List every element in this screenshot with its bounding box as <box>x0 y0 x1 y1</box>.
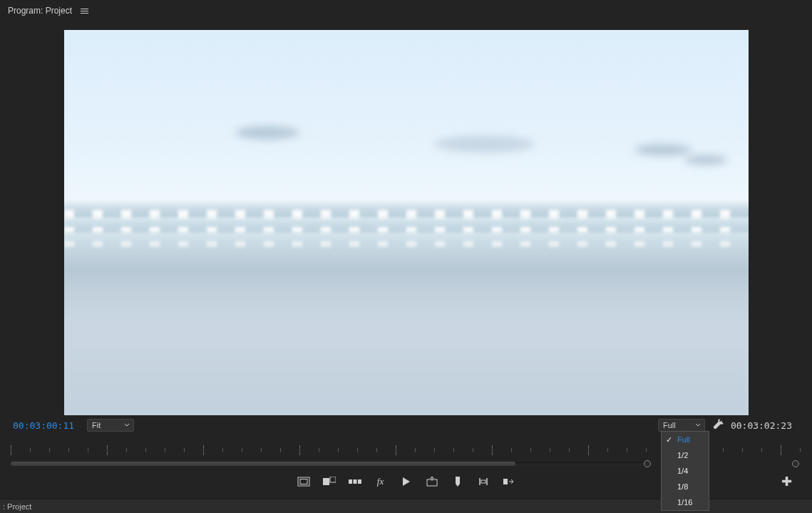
extract-icon[interactable] <box>503 475 515 488</box>
resolution-option-half[interactable]: 1/2 <box>662 447 709 463</box>
chevron-down-icon <box>124 422 130 428</box>
scroll-track[interactable] <box>11 462 642 466</box>
resolution-option-eighth[interactable]: 1/8 <box>662 479 709 494</box>
zoom-level-dropdown[interactable]: Fit <box>87 419 134 432</box>
svg-rect-9 <box>481 480 485 483</box>
svg-rect-6 <box>358 479 361 484</box>
panel-menu-icon[interactable] <box>81 9 88 14</box>
resolution-dropdown-menu: Full 1/2 1/4 1/8 1/16 <box>661 431 709 511</box>
mark-clip-icon[interactable] <box>349 475 361 488</box>
panel-header: Program: Project <box>0 0 812 21</box>
scroll-handle-left[interactable] <box>644 460 651 467</box>
svg-rect-3 <box>330 477 336 482</box>
scroll-thumb[interactable] <box>11 462 515 466</box>
svg-rect-8 <box>456 477 460 484</box>
resolution-option-full[interactable]: Full <box>662 432 709 447</box>
export-frame-icon[interactable] <box>426 475 438 488</box>
current-timecode[interactable]: 00:03:00:11 <box>13 420 74 431</box>
svg-rect-5 <box>353 479 356 484</box>
footer-label: : Project <box>3 502 31 511</box>
fx-icon[interactable]: fx <box>374 475 387 488</box>
lift-icon[interactable] <box>477 475 490 488</box>
zoom-level-value: Fit <box>92 421 101 430</box>
play-icon[interactable] <box>400 475 413 488</box>
svg-rect-1 <box>300 479 307 484</box>
resolution-option-sixteenth[interactable]: 1/16 <box>662 494 709 510</box>
settings-wrench-icon[interactable] <box>712 419 724 432</box>
svg-rect-0 <box>298 477 309 486</box>
resolution-option-quarter[interactable]: 1/4 <box>662 463 709 479</box>
button-editor-plus-icon[interactable]: ✚ <box>781 474 792 489</box>
resolution-dropdown[interactable]: Full <box>658 419 705 432</box>
program-monitor-panel: Program: Project 00:03:00:11 Fit Full <box>0 0 812 513</box>
program-viewer[interactable] <box>64 30 749 415</box>
scroll-handle-right[interactable] <box>792 460 799 467</box>
svg-rect-10 <box>503 479 508 484</box>
chevron-down-icon <box>695 422 701 428</box>
resolution-value: Full <box>663 421 676 430</box>
duration-timecode: 00:03:02:23 <box>731 420 792 431</box>
panel-title: Program: Project <box>8 6 72 16</box>
controls-row: 00:03:00:11 Fit Full 00:03:02:23 <box>0 418 812 432</box>
viewer-container <box>0 21 812 415</box>
safe-margins-icon[interactable] <box>297 475 310 488</box>
comparison-view-icon[interactable] <box>323 475 336 488</box>
marker-icon[interactable] <box>451 475 464 488</box>
svg-rect-4 <box>349 479 352 484</box>
svg-rect-2 <box>323 478 329 485</box>
